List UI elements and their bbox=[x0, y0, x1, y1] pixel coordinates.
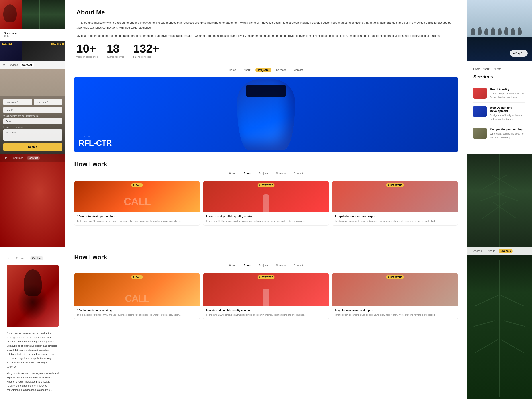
dark-nav-ts[interactable]: ts bbox=[3, 156, 9, 160]
how-card-reporting-body: I regularly measure and report I meticul… bbox=[332, 212, 457, 225]
br-nav-about[interactable]: About bbox=[486, 249, 496, 253]
about-title: About Me bbox=[76, 9, 456, 16]
bm-card-strategy-image: 2 · STRATEGY bbox=[203, 273, 329, 306]
how-card-call: 1 · CALL CALL 30-minute strategy meeting… bbox=[74, 181, 200, 226]
bm-nav-services[interactable]: Services bbox=[273, 263, 289, 268]
call-big-label: CALL bbox=[124, 196, 150, 208]
nav-services[interactable]: Services bbox=[273, 68, 289, 72]
dark-red-bg: ts Services Contact bbox=[0, 154, 65, 247]
leaf-full-image bbox=[467, 154, 532, 247]
snav-about[interactable]: About bbox=[482, 68, 489, 71]
bl-nav-services[interactable]: Services bbox=[14, 256, 28, 260]
snav-projects[interactable]: Projects bbox=[492, 68, 501, 71]
project-person bbox=[74, 77, 458, 152]
contact-form: Which service are you interested in? Sel… bbox=[0, 95, 65, 154]
how-nav-services[interactable]: Services bbox=[273, 171, 289, 177]
how-card-strategy: 2 · STRATEGY I create and publish qualit… bbox=[203, 181, 329, 226]
service-brand: Brand identity Create unique logos and v… bbox=[473, 84, 525, 103]
how-nav-about[interactable]: About bbox=[241, 171, 254, 177]
stat-projects: 132+ finished projects bbox=[133, 43, 159, 58]
leaf-right-cell bbox=[467, 154, 532, 247]
stat-experience: 10+ years of experience bbox=[76, 43, 98, 58]
services-cell: Home About Projects Services Brand ident… bbox=[467, 61, 532, 154]
strategy-person bbox=[263, 194, 269, 212]
how-cards: 1 · CALL CALL 30-minute strategy meeting… bbox=[74, 181, 458, 226]
bm-nav-projects[interactable]: Projects bbox=[256, 263, 271, 268]
dark-nav-contact[interactable]: Contact bbox=[27, 156, 40, 160]
how-card-strategy-image: 2 · STRATEGY bbox=[203, 181, 329, 212]
bot-right-leaf-image bbox=[467, 247, 532, 399]
stats-row: 10+ years of experience 18 awards receiv… bbox=[76, 43, 456, 58]
nav-about[interactable]: About bbox=[241, 68, 253, 72]
bm-nav-home[interactable]: Home bbox=[226, 263, 239, 268]
bot-right-cell: Services About Projects bbox=[467, 247, 532, 399]
call-badge: 1 · CALL bbox=[131, 183, 143, 187]
service-select[interactable]: Select... bbox=[3, 118, 62, 124]
latest-project-label: Latest project bbox=[79, 135, 112, 137]
bm-card-reporting-image: 3 · REPORTING bbox=[332, 273, 457, 306]
snav-home[interactable]: Home bbox=[473, 68, 480, 71]
leaf-image bbox=[22, 0, 65, 29]
service-copy-name: Copywriting and editing bbox=[490, 128, 525, 131]
service-brand-name: Brand identity bbox=[490, 88, 525, 91]
how-card-reporting-image: 3 · REPORTING bbox=[332, 181, 457, 212]
how-nav-home[interactable]: Home bbox=[226, 171, 239, 177]
about-para1: I'm a creative marketer with a passion f… bbox=[76, 20, 456, 30]
nav-item-contact[interactable]: Contact bbox=[20, 63, 34, 67]
bm-card-reporting: 3 · REPORTING I regularly measure and re… bbox=[332, 273, 458, 319]
dark-photo-image: ▶ Play S... bbox=[467, 0, 532, 61]
stat-projects-label: finished projects bbox=[133, 55, 159, 58]
bot-mid-title: How I work bbox=[74, 254, 458, 261]
how-card-reporting-text: I meticulously document, track, and meas… bbox=[335, 219, 455, 223]
about-me-cell: About Me I'm a creative marketer with a … bbox=[65, 0, 467, 61]
services-mini-nav: Home About Projects bbox=[473, 68, 525, 71]
how-nav-projects[interactable]: Projects bbox=[256, 171, 271, 177]
how-card-strategy-text: I'll fine-tune SEO elements to attract c… bbox=[206, 219, 326, 223]
bot-left-nav: ts Services Contact bbox=[7, 256, 59, 260]
nav-projects[interactable]: Projects bbox=[255, 68, 271, 72]
message-label: Leave us a message bbox=[3, 126, 62, 129]
bl-nav-contact[interactable]: Contact bbox=[30, 256, 43, 260]
how-card-call-image: 1 · CALL CALL bbox=[75, 181, 200, 212]
building-image: Which service are you interested in? Sel… bbox=[0, 69, 65, 154]
contact-cell: ts Services Contact Which service are yo… bbox=[0, 61, 65, 154]
nav-home[interactable]: Home bbox=[226, 68, 239, 72]
brand-image: BRANDEND bbox=[22, 41, 65, 61]
contact-nav: ts Services Contact bbox=[0, 61, 65, 69]
first-name-input[interactable] bbox=[3, 99, 32, 105]
bm-card-strategy-title: I create and publish quality content bbox=[206, 309, 326, 312]
bot-left-text1: I'm a creative marketer with a passion f… bbox=[7, 331, 59, 369]
nav-item-ts[interactable]: ts bbox=[3, 63, 5, 66]
nav-item-services[interactable]: Services bbox=[7, 63, 18, 66]
dark-nav: ts Services Contact bbox=[0, 154, 65, 162]
submit-button[interactable]: Submit bbox=[3, 143, 62, 151]
projects-nav: Home About Projects Services Contact bbox=[74, 68, 458, 72]
how-nav-contact[interactable]: Contact bbox=[291, 171, 305, 177]
bot-left-red-image bbox=[7, 265, 59, 327]
nav-contact[interactable]: Contact bbox=[291, 68, 306, 72]
bl-nav-ts[interactable]: ts bbox=[7, 256, 12, 260]
bm-reporting-badge: 3 · REPORTING bbox=[386, 275, 404, 279]
bm-card-strategy-body: I create and publish quality content I'l… bbox=[203, 306, 329, 319]
bm-nav-about[interactable]: About bbox=[241, 263, 254, 268]
message-textarea[interactable] bbox=[3, 129, 62, 140]
top-right-cell: ▶ Play S... bbox=[467, 0, 532, 61]
how-i-work-cell: How I work Home About Projects Services … bbox=[65, 154, 467, 247]
br-nav-projects[interactable]: Projects bbox=[499, 249, 513, 253]
bm-card-call-title: 30-minute strategy meeting bbox=[77, 309, 197, 312]
service-copy-info: Copywriting and editing Write clear, com… bbox=[490, 128, 525, 139]
strategy-badge: 2 · STRATEGY bbox=[258, 183, 275, 187]
stat-experience-label: years of experience bbox=[76, 55, 98, 58]
service-brand-desc: Create unique logos and visuals for a co… bbox=[490, 92, 525, 99]
botanical-title: Botanical bbox=[4, 32, 62, 35]
stat-awards: 18 awards received bbox=[107, 43, 124, 58]
last-name-input[interactable] bbox=[34, 99, 62, 105]
dark-nav-services[interactable]: Services bbox=[11, 156, 25, 160]
how-card-call-title: 30-minute strategy meeting bbox=[77, 215, 197, 218]
email-input[interactable] bbox=[3, 107, 62, 113]
play-button[interactable]: ▶ Play S... bbox=[510, 50, 528, 57]
service-brand-thumb bbox=[473, 88, 487, 99]
br-nav-services[interactable]: Services bbox=[470, 249, 484, 253]
bm-nav-contact[interactable]: Contact bbox=[291, 263, 305, 268]
dark-red-cell: ts Services Contact bbox=[0, 154, 65, 247]
